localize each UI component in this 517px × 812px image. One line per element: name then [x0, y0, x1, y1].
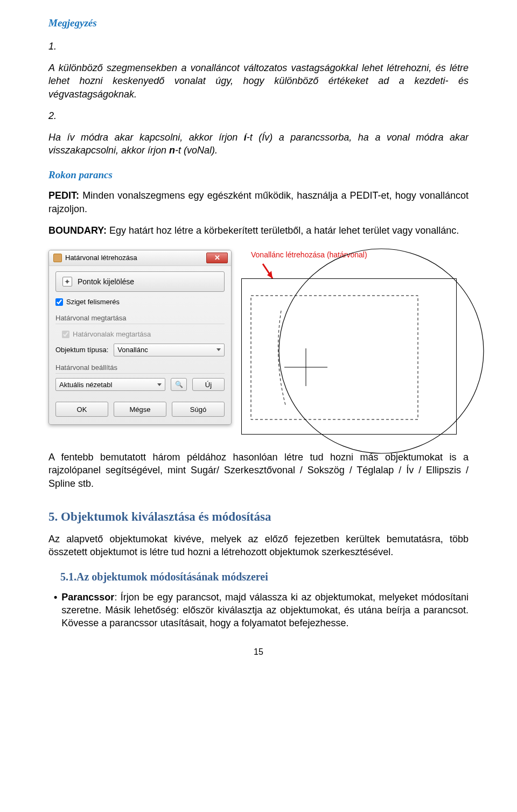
annotation-label: Vonallánc létrehozása (határvonal)	[251, 250, 478, 260]
pick-points-label: Pontok kijelölése	[78, 277, 134, 287]
after-figure-para: A fentebb bemutatott három példához haso…	[48, 451, 469, 490]
page-number: 15	[48, 646, 469, 658]
boundary-dialog: Határvonal létrehozása ✕ ✦ Pontok kijelö…	[48, 250, 232, 425]
keep-boundaries-checkbox	[62, 331, 69, 338]
pedit-text: Minden vonalszegmens egy egészként működ…	[48, 190, 469, 214]
boundary-para: BOUNDARY: Egy határt hoz létre a körbeke…	[48, 224, 469, 237]
chevron-down-icon	[216, 348, 221, 351]
note-heading: Megjegyzés	[48, 16, 469, 30]
boundary-setting-group: Határvonal beállítás	[55, 363, 225, 374]
pedit-label: PEDIT:	[48, 190, 79, 201]
dialog-title: Határvonal létrehozása	[65, 253, 137, 263]
chevron-down-icon	[157, 383, 162, 386]
viewport-dropdown[interactable]: Aktuális nézetabl	[55, 378, 165, 391]
help-label: Súgó	[190, 405, 206, 415]
section5-text: Az alapvető objektumokat kivéve, melyek …	[48, 533, 469, 559]
note1-num: 1.	[48, 40, 469, 53]
section51-heading: 5.1.Az objektumok módosításának módszere…	[60, 570, 469, 584]
svg-rect-2	[251, 296, 418, 419]
keep-boundaries-label: Határvonalak megtartása	[73, 330, 151, 339]
ok-button[interactable]: OK	[55, 402, 108, 417]
cancel-label: Mégse	[129, 405, 150, 415]
object-type-label: Objektum típusa:	[55, 345, 108, 355]
dialog-titlebar: Határvonal létrehozása ✕	[49, 250, 231, 266]
note2-num: 2.	[48, 109, 469, 122]
svg-point-3	[279, 249, 484, 453]
close-icon: ✕	[214, 253, 220, 263]
island-checkbox-row: Sziget felismerés	[55, 297, 225, 307]
help-button[interactable]: Súgó	[172, 402, 225, 417]
dialog-app-icon	[53, 254, 62, 262]
rokon-heading: Rokon parancs	[48, 168, 469, 182]
bullet-parancssor: Parancssor: Írjon be egy parancsot, majd…	[54, 591, 469, 630]
boundary-text: Egy határt hoz létre a körbekerített ter…	[107, 225, 459, 236]
boundary-label: BOUNDARY:	[48, 225, 107, 236]
note2-para: Ha ív módra akar kapcsolni, akkor írjon …	[48, 131, 469, 157]
bullet-bold: Parancssor	[61, 592, 114, 603]
keep-boundaries-row: Határvonalak megtartása	[62, 330, 225, 339]
note2-bold2: n	[169, 145, 175, 156]
new-button-label: Új	[205, 380, 212, 390]
island-label: Sziget felismerés	[66, 297, 120, 307]
pick-points-icon: ✦	[62, 277, 72, 286]
boundary-diagram	[241, 278, 457, 435]
viewport-row: Aktuális nézetabl 🔍 Új	[55, 378, 225, 391]
object-type-value: Vonallánc	[117, 345, 148, 355]
note2-c: -t (voNal).	[175, 145, 218, 156]
note1-text: A különböző szegmensekben a vonalláncot …	[48, 61, 469, 101]
diagram-column: Vonallánc létrehozása (határvonal)	[241, 250, 469, 435]
object-type-row: Objektum típusa: Vonallánc	[55, 344, 225, 356]
pedit-para: PEDIT: Minden vonalszegmens egy egészkén…	[48, 189, 469, 215]
figure-row: Határvonal létrehozása ✕ ✦ Pontok kijelö…	[48, 250, 469, 435]
cancel-button[interactable]: Mégse	[114, 402, 166, 417]
keep-group-label: Határvonal megtartása	[55, 313, 225, 325]
close-button[interactable]: ✕	[206, 253, 228, 263]
island-checkbox[interactable]	[55, 298, 63, 306]
bullet-text: : Írjon be egy parancsot, majd válassza …	[61, 592, 469, 629]
ok-label: OK	[77, 405, 87, 415]
object-type-dropdown[interactable]: Vonallánc	[114, 344, 225, 356]
refresh-button[interactable]: 🔍	[171, 378, 187, 391]
section5-heading: 5. Objektumok kiválasztása és módosítása	[48, 508, 469, 525]
note2-a: Ha ív módra akar kapcsolni, akkor írjon	[48, 132, 244, 143]
pick-points-button[interactable]: ✦ Pontok kijelölése	[55, 271, 225, 292]
refresh-icon: 🔍	[175, 380, 183, 389]
new-button[interactable]: Új	[192, 378, 225, 391]
viewport-value: Aktuális nézetabl	[59, 380, 112, 390]
